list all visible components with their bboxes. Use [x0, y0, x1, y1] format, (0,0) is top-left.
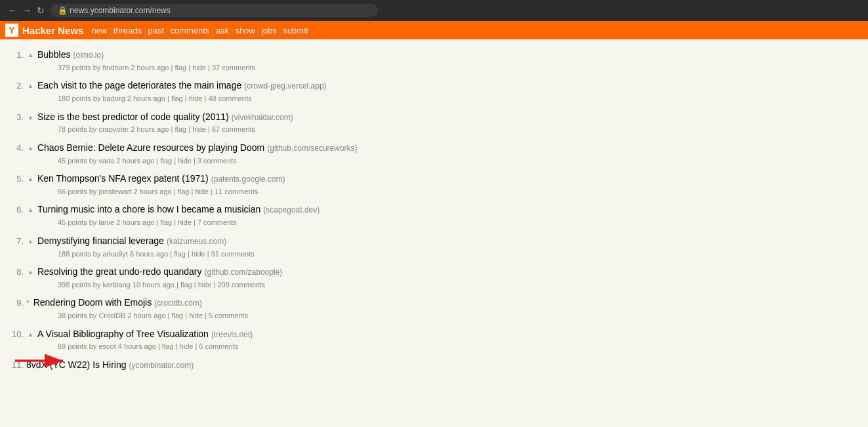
story-hide-link[interactable]: hide	[198, 281, 212, 289]
story-time[interactable]: 2 hours ago	[134, 188, 172, 195]
story-title-link[interactable]: Chaos Bernie: Delete Azure resources by …	[37, 140, 264, 155]
story-hide-link[interactable]: hide	[189, 94, 203, 102]
nav-comments[interactable]: comments	[170, 26, 209, 35]
story-number: 2.	[5, 79, 24, 93]
story-flag-link[interactable]: flag	[178, 188, 190, 195]
story-domain: (ycombinator.com)	[129, 359, 194, 372]
browser-chrome: ← → ↻ 🔒 news.ycombinator.com/news	[0, 0, 868, 21]
story-flag-link[interactable]: flag	[162, 342, 174, 350]
hn-logo[interactable]: Y	[5, 24, 18, 37]
story-meta: 180 points by badorg 2 hours ago | flag …	[5, 93, 868, 104]
story-number: 3.	[5, 111, 24, 125]
story-comments-link[interactable]: 48 comments	[208, 94, 251, 102]
story-hide-link[interactable]: hide	[178, 157, 192, 165]
story-title-link[interactable]: A Visual Bibliography of Tree Visualizat…	[37, 327, 209, 341]
story-time[interactable]: 2 hours ago	[116, 157, 154, 165]
story-comments-link[interactable]: 37 comments	[212, 64, 255, 71]
story-comments-link[interactable]: 67 comments	[212, 125, 255, 133]
story-author[interactable]: jonstewart	[98, 188, 131, 195]
story-flag-link[interactable]: flag	[171, 94, 183, 102]
story-time[interactable]: 10 hours ago	[133, 281, 175, 289]
story-hide-link[interactable]: hide	[192, 125, 206, 133]
story-hide-link[interactable]: hide	[195, 188, 209, 195]
story-comments-link[interactable]: 3 comments	[197, 157, 237, 165]
story-time[interactable]: 4 hours ago	[118, 342, 156, 350]
url-bar[interactable]: 🔒 news.ycombinator.com/news	[50, 4, 378, 17]
story-points: 45 points	[58, 157, 87, 165]
story-author[interactable]: vada	[98, 157, 114, 165]
story-title-link[interactable]: Rendering Doom with Emojis	[33, 295, 152, 310]
story-flag-link[interactable]: flag	[174, 250, 186, 258]
story-time[interactable]: 6 hours ago	[130, 250, 168, 258]
story-title-link[interactable]: Resolving the great undo-redo quandary	[37, 264, 202, 279]
story-title-link[interactable]: Turning music into a chore is how I beca…	[37, 202, 260, 216]
story-flag-link[interactable]: flag	[175, 125, 186, 133]
upvote-arrow[interactable]: ▲	[28, 144, 33, 153]
story-title-link[interactable]: 8vdX (YC W22) Is Hiring	[26, 357, 126, 372]
back-icon[interactable]: ←	[8, 5, 17, 16]
story-meta: 398 points by kerblang 10 hours ago | fl…	[5, 279, 868, 291]
story-title-link[interactable]: Size is the best predictor of code quali…	[37, 110, 229, 124]
forward-icon[interactable]: →	[22, 5, 31, 16]
story-comments-link[interactable]: 7 comments	[197, 218, 237, 226]
upvote-arrow[interactable]: ▲	[28, 330, 33, 339]
story-hide-link[interactable]: hide	[192, 64, 206, 71]
story-meta: 45 points by larve 2 hours ago | flag | …	[5, 217, 868, 228]
story-hide-link[interactable]: hide	[180, 342, 194, 350]
nav-past[interactable]: past	[148, 26, 164, 35]
story-item: 1.▲Bubbles (oimo.io)379 points by findho…	[0, 46, 868, 77]
upvote-arrow[interactable]: ▲	[28, 237, 33, 246]
upvote-arrow[interactable]: ▲	[28, 113, 33, 122]
upvote-arrow[interactable]: ▲	[28, 205, 33, 214]
nav-submit[interactable]: submit	[283, 26, 308, 35]
refresh-icon[interactable]: ↻	[37, 5, 45, 16]
story-comments-link[interactable]: 209 comments	[217, 281, 264, 289]
story-author[interactable]: escot	[98, 342, 115, 350]
story-main-line: 11.8vdX (YC W22) Is Hiring (ycombinator.…	[5, 357, 868, 373]
story-flag-link[interactable]: flag	[160, 157, 172, 165]
story-title-link[interactable]: Each visit to the page deteriorates the …	[37, 78, 241, 92]
story-author[interactable]: larve	[98, 218, 114, 226]
upvote-arrow[interactable]: ▲	[28, 51, 33, 60]
story-flag-link[interactable]: flag	[175, 64, 186, 71]
story-time[interactable]: 2 hours ago	[116, 218, 154, 226]
story-comments-link[interactable]: 6 comments	[199, 342, 238, 350]
story-flag-link[interactable]: flag	[160, 218, 172, 226]
story-time[interactable]: 2 hours ago	[127, 312, 165, 319]
nav-ask[interactable]: ask	[216, 26, 229, 35]
story-time[interactable]: 2 hours ago	[131, 64, 169, 71]
story-author[interactable]: badorg	[103, 94, 125, 102]
sep-3: |	[166, 26, 168, 35]
story-number: 8.	[5, 266, 24, 279]
story-author[interactable]: findhorn	[103, 64, 129, 71]
nav-new[interactable]: new	[91, 26, 107, 35]
story-time[interactable]: 2 hours ago	[127, 94, 165, 102]
story-title-link[interactable]: Bubbles	[37, 47, 71, 62]
story-comments-link[interactable]: 11 comments	[215, 188, 258, 195]
nav-threads[interactable]: threads	[114, 26, 142, 35]
nav-show[interactable]: show	[235, 26, 255, 35]
story-hide-link[interactable]: hide	[192, 250, 205, 258]
upvote-arrow[interactable]: ▲	[28, 174, 33, 184]
story-author[interactable]: arkadiyt	[103, 250, 129, 258]
upvote-arrow[interactable]: ▲	[28, 81, 33, 91]
story-domain: (kalzumeus.com)	[167, 235, 226, 248]
story-hide-link[interactable]: hide	[178, 218, 192, 226]
story-meta: 38 points by CrociDB 2 hours ago | flag …	[5, 310, 868, 321]
story-author[interactable]: CrociDB	[98, 312, 125, 319]
story-meta: 66 points by jonstewart 2 hours ago | fl…	[5, 186, 868, 197]
story-time[interactable]: 2 hours ago	[131, 125, 169, 133]
nav-jobs[interactable]: jobs	[261, 26, 277, 35]
story-hide-link[interactable]: hide	[189, 312, 203, 319]
story-title-link[interactable]: Demystifying financial leverage	[37, 234, 164, 248]
story-item: 2.▲Each visit to the page deteriorates t…	[0, 77, 868, 108]
story-author[interactable]: crapvoter	[98, 125, 129, 133]
story-comments-link[interactable]: 91 comments	[211, 250, 255, 258]
upvote-arrow[interactable]: ▲	[28, 268, 33, 277]
sep-6: |	[257, 26, 259, 35]
story-author[interactable]: kerblang	[103, 281, 131, 289]
story-flag-link[interactable]: flag	[172, 312, 184, 319]
story-flag-link[interactable]: flag	[180, 281, 192, 289]
story-comments-link[interactable]: 5 comments	[209, 312, 248, 319]
story-title-link[interactable]: Ken Thompson's NFA regex patent (1971)	[37, 171, 209, 186]
